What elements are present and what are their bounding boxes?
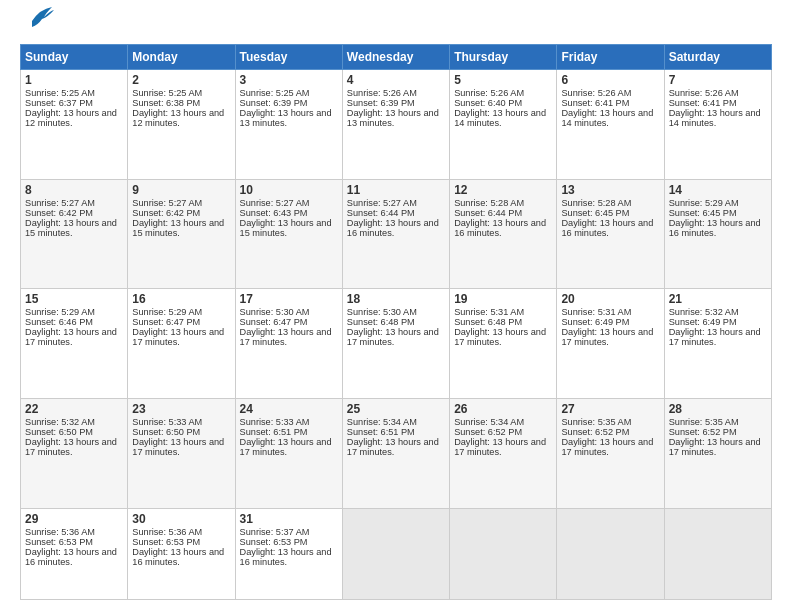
table-row: 28Sunrise: 5:35 AMSunset: 6:52 PMDayligh… bbox=[664, 399, 771, 509]
daylight-text: Daylight: 13 hours and 17 minutes. bbox=[561, 437, 653, 457]
daylight-text: Daylight: 13 hours and 16 minutes. bbox=[561, 218, 653, 238]
day-number: 3 bbox=[240, 73, 338, 87]
col-saturday: Saturday bbox=[664, 44, 771, 69]
day-number: 20 bbox=[561, 292, 659, 306]
sunrise-text: Sunrise: 5:32 AM bbox=[25, 417, 95, 427]
sunset-text: Sunset: 6:51 PM bbox=[347, 427, 415, 437]
table-row: 23Sunrise: 5:33 AMSunset: 6:50 PMDayligh… bbox=[128, 399, 235, 509]
sunset-text: Sunset: 6:52 PM bbox=[454, 427, 522, 437]
table-row: 18Sunrise: 5:30 AMSunset: 6:48 PMDayligh… bbox=[342, 289, 449, 399]
daylight-text: Daylight: 13 hours and 16 minutes. bbox=[454, 218, 546, 238]
day-number: 18 bbox=[347, 292, 445, 306]
sunrise-text: Sunrise: 5:27 AM bbox=[240, 198, 310, 208]
day-number: 12 bbox=[454, 183, 552, 197]
day-number: 5 bbox=[454, 73, 552, 87]
sunrise-text: Sunrise: 5:33 AM bbox=[240, 417, 310, 427]
day-number: 25 bbox=[347, 402, 445, 416]
day-number: 9 bbox=[132, 183, 230, 197]
sunrise-text: Sunrise: 5:35 AM bbox=[669, 417, 739, 427]
sunrise-text: Sunrise: 5:35 AM bbox=[561, 417, 631, 427]
table-row: 30Sunrise: 5:36 AMSunset: 6:53 PMDayligh… bbox=[128, 508, 235, 599]
sunset-text: Sunset: 6:47 PM bbox=[240, 317, 308, 327]
table-row: 22Sunrise: 5:32 AMSunset: 6:50 PMDayligh… bbox=[21, 399, 128, 509]
day-number: 11 bbox=[347, 183, 445, 197]
daylight-text: Daylight: 13 hours and 15 minutes. bbox=[132, 218, 224, 238]
table-row: 19Sunrise: 5:31 AMSunset: 6:48 PMDayligh… bbox=[450, 289, 557, 399]
table-row: 24Sunrise: 5:33 AMSunset: 6:51 PMDayligh… bbox=[235, 399, 342, 509]
daylight-text: Daylight: 13 hours and 16 minutes. bbox=[132, 547, 224, 567]
sunset-text: Sunset: 6:53 PM bbox=[240, 537, 308, 547]
col-wednesday: Wednesday bbox=[342, 44, 449, 69]
daylight-text: Daylight: 13 hours and 17 minutes. bbox=[132, 437, 224, 457]
table-row bbox=[664, 508, 771, 599]
day-number: 15 bbox=[25, 292, 123, 306]
day-number: 22 bbox=[25, 402, 123, 416]
day-number: 24 bbox=[240, 402, 338, 416]
sunrise-text: Sunrise: 5:31 AM bbox=[454, 307, 524, 317]
sunrise-text: Sunrise: 5:26 AM bbox=[347, 88, 417, 98]
daylight-text: Daylight: 13 hours and 16 minutes. bbox=[669, 218, 761, 238]
daylight-text: Daylight: 13 hours and 17 minutes. bbox=[454, 327, 546, 347]
table-row: 13Sunrise: 5:28 AMSunset: 6:45 PMDayligh… bbox=[557, 179, 664, 289]
table-row: 14Sunrise: 5:29 AMSunset: 6:45 PMDayligh… bbox=[664, 179, 771, 289]
sunrise-text: Sunrise: 5:34 AM bbox=[347, 417, 417, 427]
table-row bbox=[557, 508, 664, 599]
daylight-text: Daylight: 13 hours and 14 minutes. bbox=[561, 108, 653, 128]
sunrise-text: Sunrise: 5:29 AM bbox=[132, 307, 202, 317]
sunset-text: Sunset: 6:45 PM bbox=[561, 208, 629, 218]
sunset-text: Sunset: 6:46 PM bbox=[25, 317, 93, 327]
sunset-text: Sunset: 6:48 PM bbox=[454, 317, 522, 327]
logo bbox=[20, 16, 54, 36]
day-number: 2 bbox=[132, 73, 230, 87]
table-row: 8Sunrise: 5:27 AMSunset: 6:42 PMDaylight… bbox=[21, 179, 128, 289]
sunset-text: Sunset: 6:49 PM bbox=[669, 317, 737, 327]
table-row: 29Sunrise: 5:36 AMSunset: 6:53 PMDayligh… bbox=[21, 508, 128, 599]
table-row bbox=[342, 508, 449, 599]
page: Sunday Monday Tuesday Wednesday Thursday… bbox=[0, 0, 792, 612]
day-number: 8 bbox=[25, 183, 123, 197]
sunrise-text: Sunrise: 5:26 AM bbox=[454, 88, 524, 98]
table-row: 5Sunrise: 5:26 AMSunset: 6:40 PMDaylight… bbox=[450, 69, 557, 179]
calendar-header-row: Sunday Monday Tuesday Wednesday Thursday… bbox=[21, 44, 772, 69]
daylight-text: Daylight: 13 hours and 12 minutes. bbox=[132, 108, 224, 128]
daylight-text: Daylight: 13 hours and 16 minutes. bbox=[25, 547, 117, 567]
table-row: 9Sunrise: 5:27 AMSunset: 6:42 PMDaylight… bbox=[128, 179, 235, 289]
day-number: 26 bbox=[454, 402, 552, 416]
sunset-text: Sunset: 6:39 PM bbox=[240, 98, 308, 108]
table-row: 17Sunrise: 5:30 AMSunset: 6:47 PMDayligh… bbox=[235, 289, 342, 399]
table-row: 27Sunrise: 5:35 AMSunset: 6:52 PMDayligh… bbox=[557, 399, 664, 509]
sunset-text: Sunset: 6:39 PM bbox=[347, 98, 415, 108]
sunrise-text: Sunrise: 5:28 AM bbox=[454, 198, 524, 208]
sunset-text: Sunset: 6:53 PM bbox=[25, 537, 93, 547]
col-thursday: Thursday bbox=[450, 44, 557, 69]
sunset-text: Sunset: 6:44 PM bbox=[454, 208, 522, 218]
day-number: 19 bbox=[454, 292, 552, 306]
day-number: 7 bbox=[669, 73, 767, 87]
sunrise-text: Sunrise: 5:34 AM bbox=[454, 417, 524, 427]
sunset-text: Sunset: 6:47 PM bbox=[132, 317, 200, 327]
daylight-text: Daylight: 13 hours and 15 minutes. bbox=[25, 218, 117, 238]
logo-bird-icon bbox=[22, 3, 54, 31]
table-row: 26Sunrise: 5:34 AMSunset: 6:52 PMDayligh… bbox=[450, 399, 557, 509]
table-row: 6Sunrise: 5:26 AMSunset: 6:41 PMDaylight… bbox=[557, 69, 664, 179]
table-row: 10Sunrise: 5:27 AMSunset: 6:43 PMDayligh… bbox=[235, 179, 342, 289]
sunset-text: Sunset: 6:41 PM bbox=[669, 98, 737, 108]
sunrise-text: Sunrise: 5:30 AM bbox=[240, 307, 310, 317]
sunset-text: Sunset: 6:43 PM bbox=[240, 208, 308, 218]
daylight-text: Daylight: 13 hours and 13 minutes. bbox=[347, 108, 439, 128]
sunset-text: Sunset: 6:53 PM bbox=[132, 537, 200, 547]
sunrise-text: Sunrise: 5:26 AM bbox=[669, 88, 739, 98]
sunset-text: Sunset: 6:52 PM bbox=[561, 427, 629, 437]
day-number: 28 bbox=[669, 402, 767, 416]
sunrise-text: Sunrise: 5:26 AM bbox=[561, 88, 631, 98]
day-number: 16 bbox=[132, 292, 230, 306]
header bbox=[20, 16, 772, 36]
sunset-text: Sunset: 6:50 PM bbox=[132, 427, 200, 437]
table-row: 11Sunrise: 5:27 AMSunset: 6:44 PMDayligh… bbox=[342, 179, 449, 289]
col-friday: Friday bbox=[557, 44, 664, 69]
col-sunday: Sunday bbox=[21, 44, 128, 69]
sunrise-text: Sunrise: 5:30 AM bbox=[347, 307, 417, 317]
sunset-text: Sunset: 6:50 PM bbox=[25, 427, 93, 437]
daylight-text: Daylight: 13 hours and 16 minutes. bbox=[347, 218, 439, 238]
sunset-text: Sunset: 6:44 PM bbox=[347, 208, 415, 218]
